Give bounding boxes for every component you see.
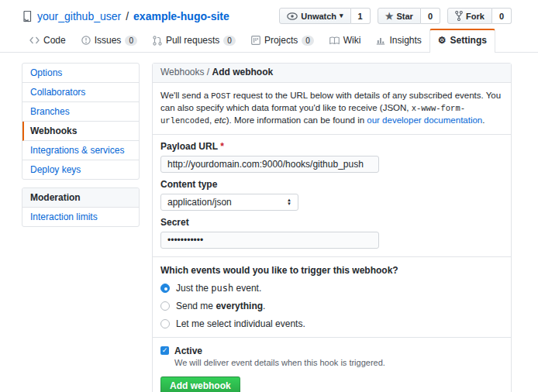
add-webhook-box: Webhooks / Add webhook We'll send a POST… (152, 63, 512, 392)
webhook-form: Payload URL * Content type application/j… (153, 141, 511, 392)
secret-input[interactable] (160, 232, 379, 249)
radio-everything[interactable] (160, 301, 170, 311)
code-icon (29, 36, 40, 44)
content: Options Collaborators Branches Webhooks … (0, 53, 538, 392)
active-text: Active We will deliver event details whe… (174, 346, 385, 367)
content-type-group: Content type application/json ▲▼ (160, 179, 503, 211)
tab-insights[interactable]: Insights (368, 29, 429, 52)
tab-settings[interactable]: ⚙ Settings (429, 29, 495, 53)
tab-issues-label: Issues (95, 35, 122, 46)
tab-insights-label: Insights (389, 35, 421, 46)
content-type-select[interactable]: application/json ▲▼ (160, 194, 298, 211)
fork-icon (455, 11, 463, 21)
moderation-header: Moderation (22, 188, 139, 208)
active-description: We will deliver event details when this … (174, 358, 385, 367)
star-button[interactable]: ★ Star (378, 8, 421, 24)
issues-count-badge: 0 (125, 36, 137, 46)
payload-url-label: Payload URL * (160, 141, 503, 152)
graph-icon (376, 36, 385, 45)
divider (153, 337, 511, 338)
star-label: Star (397, 12, 413, 21)
sidebar-item-branches[interactable]: Branches (22, 102, 139, 122)
secret-group: Secret (160, 217, 503, 249)
event-option-push: Just the push event. (160, 283, 503, 294)
payload-url-group: Payload URL * (160, 141, 503, 173)
projects-count-badge: 0 (302, 36, 314, 46)
radio-individual[interactable] (160, 319, 170, 328)
fork-button[interactable]: Fork (447, 8, 492, 24)
active-checkbox[interactable]: ✓ (160, 346, 169, 355)
project-icon (251, 36, 260, 45)
tab-projects-label: Projects (264, 35, 298, 46)
radio-individual-label[interactable]: Let me select individual events. (176, 318, 305, 329)
tab-pull-requests[interactable]: Pull requests 0 (145, 29, 243, 52)
events-section: Which events would you like to trigger t… (160, 265, 503, 329)
tab-wiki[interactable]: Wiki (322, 29, 369, 52)
sidebar-item-deploy-keys[interactable]: Deploy keys (22, 160, 139, 179)
event-option-everything: Send me everything. (160, 301, 503, 311)
forks-count[interactable]: 0 (492, 8, 512, 24)
moderation-menu: Moderation Interaction limits (22, 187, 140, 227)
breadcrumb-webhooks-link[interactable]: Webhooks (160, 67, 204, 77)
radio-everything-label[interactable]: Send me everything. (176, 301, 265, 311)
unwatch-label: Unwatch (301, 12, 336, 21)
star-icon: ★ (385, 12, 394, 21)
active-label[interactable]: Active (174, 346, 385, 356)
stargazers-count[interactable]: 0 (421, 8, 440, 24)
payload-url-input[interactable] (160, 156, 379, 173)
unwatch-button[interactable]: Unwatch ▾ (279, 8, 350, 24)
sidebar-item-options[interactable]: Options (22, 64, 139, 83)
gear-icon: ⚙ (438, 36, 447, 45)
intro-text: We'll send a POST request to the URL bel… (153, 83, 511, 135)
sidebar-item-collaborators[interactable]: Collaborators (22, 83, 139, 102)
page: your_github_user / example-hugo-site Unw… (0, 0, 538, 392)
settings-menu: Options Collaborators Branches Webhooks … (22, 63, 140, 180)
sidebar-item-interaction-limits[interactable]: Interaction limits (22, 208, 139, 226)
breadcrumb-separator: / (204, 67, 212, 77)
repo-icon (22, 10, 33, 22)
fork-label: Fork (466, 12, 485, 21)
required-asterisk: * (220, 141, 224, 152)
star-group: ★ Star 0 (378, 8, 440, 24)
content-type-value: application/json (167, 197, 232, 208)
divider (153, 256, 511, 257)
eye-icon (287, 12, 298, 20)
pull-requests-count-badge: 0 (223, 36, 236, 46)
sidebar-item-integrations[interactable]: Integrations & services (22, 141, 139, 160)
repo-header: your_github_user / example-hugo-site Unw… (0, 0, 538, 27)
tab-wiki-label: Wiki (343, 35, 361, 46)
repo-name-link[interactable]: example-hugo-site (133, 10, 229, 22)
content-type-label: Content type (160, 179, 503, 190)
fork-group: Fork 0 (447, 8, 512, 24)
select-arrows-icon: ▲▼ (287, 198, 291, 205)
tab-projects[interactable]: Projects 0 (243, 29, 322, 52)
events-question: Which events would you like to trigger t… (160, 265, 503, 276)
tab-pull-requests-label: Pull requests (166, 35, 219, 46)
repo-title: your_github_user / example-hugo-site (22, 10, 229, 22)
social-buttons: Unwatch ▾ 1 ★ Star 0 Fork (279, 8, 512, 24)
repo-tab-nav: Code Issues 0 Pull requests 0 Projects 0 (0, 29, 538, 53)
tab-code[interactable]: Code (22, 29, 74, 52)
issue-icon (81, 36, 91, 45)
watchers-count[interactable]: 1 (351, 8, 371, 24)
add-webhook-button[interactable]: Add webhook (160, 377, 240, 392)
tab-issues[interactable]: Issues 0 (74, 29, 145, 52)
breadcrumb-current: Add webhook (212, 67, 274, 77)
tab-code-label: Code (43, 35, 66, 46)
secret-label: Secret (160, 217, 503, 228)
active-section: ✓ Active We will deliver event details w… (160, 346, 503, 367)
repo-separator: / (126, 10, 129, 22)
sidebar-item-webhooks[interactable]: Webhooks (22, 122, 139, 141)
event-option-individual: Let me select individual events. (160, 318, 503, 329)
pull-request-icon (153, 36, 162, 46)
caret-down-icon: ▾ (340, 12, 343, 19)
main-panel: Webhooks / Add webhook We'll send a POST… (152, 63, 512, 392)
wiki-icon (329, 36, 340, 45)
breadcrumb: Webhooks / Add webhook (153, 64, 511, 83)
repo-owner-link[interactable]: your_github_user (37, 10, 121, 22)
radio-push[interactable] (160, 284, 170, 293)
settings-sidebar: Options Collaborators Branches Webhooks … (22, 63, 140, 235)
tab-settings-label: Settings (450, 35, 487, 46)
watch-group: Unwatch ▾ 1 (279, 8, 371, 24)
radio-push-label[interactable]: Just the push event. (176, 283, 261, 294)
